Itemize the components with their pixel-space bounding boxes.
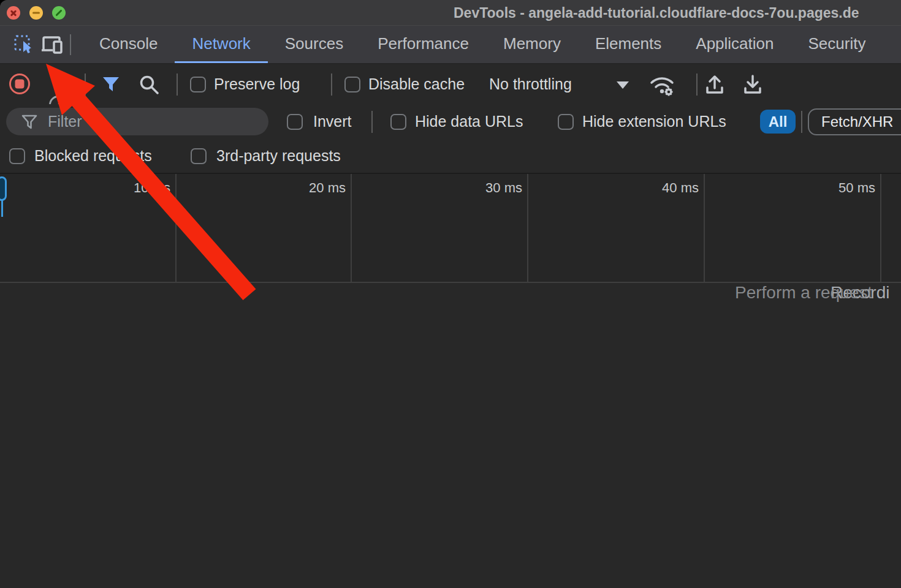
filter-input[interactable] — [48, 113, 268, 130]
hide-data-urls-checkbox[interactable] — [390, 114, 406, 130]
tab-performance[interactable]: Performance — [360, 26, 486, 63]
timeline-tick-10ms: 10 ms — [134, 180, 170, 196]
import-har-button[interactable] — [702, 73, 727, 96]
network-filter-bar-2: Blocked requests 3rd-party requests — [0, 140, 901, 174]
timeline-tick-30ms: 30 ms — [485, 180, 522, 196]
record-network-log-button[interactable] — [9, 74, 30, 94]
record-stop-icon — [15, 80, 25, 89]
timeline-gridline — [704, 174, 705, 282]
throttling-dropdown-caret-icon[interactable] — [617, 81, 629, 89]
tab-sources[interactable]: Sources — [268, 26, 360, 63]
blocked-requests-label[interactable]: Blocked requests — [34, 147, 152, 165]
inspect-element-button[interactable] — [10, 31, 38, 59]
tab-elements[interactable]: Elements — [578, 26, 679, 63]
title-bar: DevTools - angela-add-tutorial.cloudflar… — [0, 0, 901, 26]
network-toolbar: Preserve log Disable cache No throttling — [0, 64, 901, 104]
network-filter-toggle-button[interactable] — [101, 75, 121, 94]
third-party-requests-checkbox[interactable] — [191, 148, 207, 164]
toolbar-divider — [331, 74, 332, 96]
perform-request-hint-text: Perform a request — [735, 283, 872, 303]
minimize-icon — [32, 12, 40, 14]
requests-panel: Recordi Perform a request — [0, 283, 901, 587]
devtools-tab-bar: Console Network Sources Performance Memo… — [0, 26, 901, 64]
disable-cache-checkbox[interactable] — [344, 77, 360, 92]
invert-checkbox[interactable] — [287, 114, 303, 130]
third-party-requests-label[interactable]: 3rd-party requests — [216, 147, 341, 165]
filter-funnel-outline-icon — [21, 113, 38, 130]
timeline-gridline — [880, 174, 881, 282]
minimize-window-button[interactable] — [29, 6, 43, 20]
preserve-log-label[interactable]: Preserve log — [214, 75, 300, 93]
hide-extension-urls-checkbox[interactable] — [558, 114, 574, 130]
timeline-tick-40ms: 40 ms — [662, 180, 699, 196]
invert-label[interactable]: Invert — [313, 113, 352, 130]
zoom-window-button[interactable] — [52, 6, 66, 20]
chip-divider — [801, 111, 802, 133]
overview-window-handle[interactable] — [0, 176, 7, 201]
blocked-requests-checkbox[interactable] — [9, 148, 25, 164]
preserve-log-checkbox[interactable] — [190, 77, 206, 92]
device-toolbar-icon — [40, 35, 64, 55]
search-icon — [139, 74, 160, 96]
tab-console[interactable]: Console — [82, 26, 175, 63]
network-conditions-button[interactable] — [647, 73, 678, 97]
filter-input-pill[interactable] — [6, 108, 268, 135]
network-conditions-wifi-gear-icon — [647, 73, 678, 97]
toggle-device-toolbar-button[interactable] — [38, 31, 66, 59]
timeline-tick-50ms: 50 ms — [838, 180, 875, 196]
filter-divider — [371, 111, 373, 133]
network-filter-bar: Invert Hide data URLs Hide extension URL… — [0, 104, 901, 140]
toolbar-divider — [70, 34, 71, 55]
devtools-window: DevTools - angela-add-tutorial.cloudflar… — [0, 0, 901, 588]
tab-network[interactable]: Network — [175, 26, 267, 63]
toolbar-divider — [85, 74, 86, 96]
overview-window-handle-line — [1, 200, 3, 217]
disable-cache-label[interactable]: Disable cache — [368, 75, 465, 93]
close-window-button[interactable] — [7, 6, 20, 20]
network-overview-timeline: 10 ms 20 ms 30 ms 40 ms 50 ms — [0, 174, 901, 283]
window-title: DevTools - angela-add-tutorial.cloudflar… — [454, 0, 859, 26]
hide-extension-urls-label[interactable]: Hide extension URLs — [582, 113, 726, 130]
filter-funnel-icon — [101, 75, 121, 94]
export-download-icon — [740, 73, 765, 96]
throttling-select[interactable]: No throttling — [489, 75, 572, 93]
timeline-tick-20ms: 20 ms — [309, 180, 346, 196]
timeline-gridline — [351, 174, 352, 282]
hide-data-urls-label[interactable]: Hide data URLs — [415, 113, 523, 130]
timeline-gridline — [527, 174, 528, 282]
panel-tabs: Console Network Sources Performance Memo… — [82, 26, 883, 63]
tab-memory[interactable]: Memory — [486, 26, 578, 63]
zoom-disabled-icon — [55, 9, 62, 16]
toolbar-divider — [696, 74, 698, 96]
export-har-button[interactable] — [740, 73, 765, 96]
inspect-cursor-icon — [13, 34, 34, 55]
timeline-gridline — [175, 174, 177, 282]
tab-security[interactable]: Security — [791, 26, 883, 63]
request-type-chip-all[interactable]: All — [760, 110, 796, 134]
toolbar-divider — [177, 74, 178, 96]
tab-application[interactable]: Application — [679, 26, 791, 63]
search-button[interactable] — [139, 74, 160, 96]
request-type-chip-fetch-xhr[interactable]: Fetch/XHR — [808, 108, 901, 135]
import-upload-icon — [702, 73, 727, 96]
